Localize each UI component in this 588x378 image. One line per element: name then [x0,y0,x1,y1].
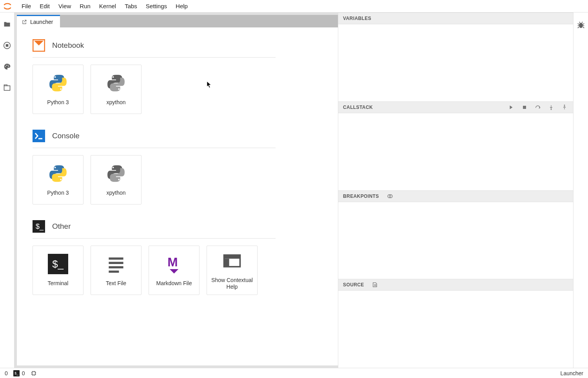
svg-rect-6 [4,86,10,90]
section-title: Notebook [52,41,84,50]
card-label: Text File [106,280,126,287]
menu-view[interactable]: View [58,3,71,9]
panel-variables-header[interactable]: VARIABLES [338,13,573,24]
tabs-icon[interactable] [3,84,11,92]
svg-point-16 [118,179,120,181]
svg-rect-24 [109,271,119,273]
svg-point-15 [113,167,114,168]
terminal-icon: $_ [47,253,69,275]
svg-point-14 [60,179,62,181]
svg-rect-28 [224,259,229,266]
status-count: 0 [5,370,8,376]
stop-icon[interactable] [521,103,528,111]
panel-title: VARIABLES [343,16,371,21]
card-other-markdown[interactable]: M Markdown File [149,246,200,295]
running-icon[interactable] [3,42,11,49]
tab-label: Launcher [30,19,53,25]
section-other: $_ Other $_ Terminal [33,220,276,295]
panel-title: SOURCE [343,282,364,288]
card-notebook-python3[interactable]: Python 3 [33,65,83,114]
terminal-icon: $_ [13,370,20,376]
svg-point-13 [54,167,56,168]
bug-icon[interactable] [577,21,585,29]
panel-callstack-header[interactable]: CALLSTACK [338,101,573,113]
section-title: Console [52,132,80,140]
svg-rect-1 [6,44,9,47]
step-into-icon[interactable] [547,103,555,111]
card-label: Terminal [48,280,69,287]
card-label: Markdown File [156,280,192,287]
svg-rect-12 [33,130,45,142]
svg-rect-29 [523,106,526,109]
status-count: 0 [22,370,25,376]
xpython-icon [105,72,127,94]
card-console-python3[interactable]: Python 3 [33,155,83,204]
menu-help[interactable]: Help [176,3,188,9]
svg-text:$_: $_ [15,371,18,375]
section-header-console: Console [33,130,276,148]
panel-callstack-body [338,113,573,190]
section-title: Other [52,222,71,231]
panel-title: CALLSTACK [343,105,373,110]
markdown-icon: M [163,253,185,275]
menu-edit[interactable]: Edit [40,3,50,9]
svg-rect-37 [32,372,35,375]
panel-breakpoints-body [338,202,573,279]
card-label: Python 3 [47,99,69,106]
chip-icon [31,370,37,376]
right-toolstrip [573,13,588,368]
folder-icon[interactable] [3,20,11,28]
python-icon [47,163,69,184]
section-header-notebook: Notebook [33,39,276,58]
palette-icon[interactable] [3,63,11,71]
tab-launcher[interactable]: Launcher [17,15,60,27]
menu-kernel[interactable]: Kernel [99,3,116,9]
status-kernel[interactable] [31,370,37,376]
panel-source-body [338,291,573,368]
deactivate-breakpoints-icon[interactable] [386,192,394,200]
menu-run[interactable]: Run [80,3,91,9]
svg-point-8 [54,76,56,78]
card-label: xpython [106,99,125,106]
menu-settings[interactable]: Settings [146,3,167,9]
svg-rect-23 [109,266,123,269]
svg-point-11 [118,89,120,90]
step-over-icon[interactable] [534,103,542,111]
menu-file[interactable]: File [22,3,31,9]
menu-tabs[interactable]: Tabs [125,3,137,9]
svg-point-5 [8,66,9,67]
svg-rect-21 [109,258,123,260]
step-out-icon[interactable] [561,103,568,111]
activity-bar [0,13,15,368]
status-mode[interactable]: Launcher [561,370,583,376]
svg-point-2 [5,66,6,67]
status-terminals[interactable]: $_ 0 [13,370,25,376]
contextual-help-icon [221,250,243,271]
card-label: xpython [106,190,125,197]
menubar: File Edit View Run Kernel Tabs Settings … [0,0,588,13]
open-source-icon[interactable] [371,281,379,289]
svg-point-34 [579,23,583,28]
svg-rect-22 [109,262,123,264]
panel-source-header[interactable]: SOURCE [338,279,573,291]
section-notebook: Notebook Python 3 [33,39,276,114]
continue-icon[interactable] [507,103,515,111]
card-console-xpython[interactable]: xpython [91,155,142,204]
panel-breakpoints-header[interactable]: BREAKPOINTS [338,190,573,202]
panel-title: BREAKPOINTS [343,194,379,199]
svg-point-4 [7,65,8,66]
external-link-icon [22,19,27,25]
svg-point-3 [6,65,7,66]
card-other-contextual-help[interactable]: Show Contextual Help [207,246,258,295]
svg-point-10 [113,76,114,78]
card-other-textfile[interactable]: Text File [91,246,142,295]
notebook-icon [33,39,45,52]
svg-text:$_: $_ [36,222,44,231]
section-header-other: $_ Other [33,220,276,239]
launcher: Notebook Python 3 [17,27,338,365]
card-notebook-xpython[interactable]: xpython [91,65,142,114]
card-label: Python 3 [47,190,69,197]
status-problems[interactable]: 0 [5,370,8,376]
card-other-terminal[interactable]: $_ Terminal [33,246,83,295]
tab-bar: Launcher [17,15,338,27]
